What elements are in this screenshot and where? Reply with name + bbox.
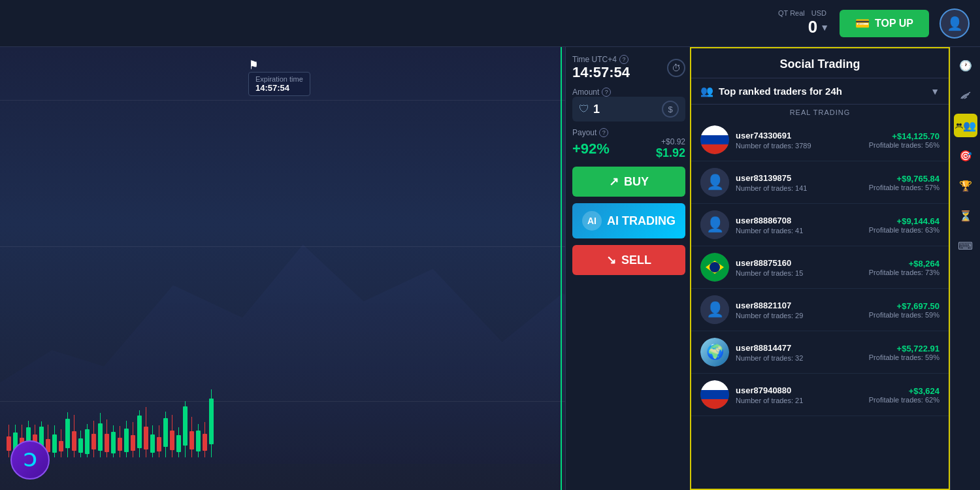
trades-label: Number of trades: 21 [736,397,803,404]
trader-avatar: 👤 [700,210,729,239]
trades-label: Number of trades: 141 [736,184,807,192]
svg-point-2 [959,123,962,126]
sidebar-keyboard-button[interactable]: ⌨ [954,234,977,257]
trader-avatar: 👤 [700,168,729,197]
amount-help-icon[interactable]: ? [602,88,611,97]
trader-item[interactable]: user88875160 Number of trades: 15 +$8,26… [691,246,949,289]
trader-item[interactable]: 🌍 user88814477 Number of trades: 32 +$5,… [691,331,949,374]
candle-8 [52,425,57,457]
filter-chevron-icon: ▼ [930,86,939,97]
profit-value: +$3,624 [869,386,939,396]
candle-22 [144,407,148,457]
trader-avatar [700,380,729,409]
profitable-pct: Profitable trades: 56% [869,141,939,149]
trader-stats: Number of trades: 32 [736,354,862,362]
avatar-button[interactable]: 👤 [939,8,970,39]
candle-9 [59,429,63,457]
green-vertical-line [561,47,562,490]
header: QT Real USD 0 ▼ 💳 TOP UP 👤 [0,0,980,47]
trader-info: user88886708 Number of trades: 41 [736,216,862,235]
balance-value: 0 [808,17,817,37]
trader-name: user87940880 [736,385,862,395]
social-filter-row[interactable]: 👥 Top ranked traders for 24h ▼ [691,78,949,105]
social-trading-panel: Social Trading 👥 Top ranked traders for … [690,47,950,490]
sidebar-signal-button[interactable] [954,84,977,107]
balance-dropdown[interactable]: 0 ▼ [808,17,829,37]
payout-plus: +$0.92 [656,137,685,146]
candle-31 [203,422,207,457]
payout-amount: $1.92 [656,146,685,160]
trader-profit: +$5,722.91 Profitable trades: 59% [869,344,939,361]
wallet-icon: 💳 [855,16,870,31]
sidebar-social-button[interactable]: 👥 [954,114,977,137]
sell-button[interactable]: ↘ SELL [572,245,685,275]
sidebar-target-button[interactable]: 🎯 [954,144,977,167]
trader-profit: +$8,264 Profitable trades: 73% [869,259,939,276]
candle-25 [163,412,168,457]
profit-value: +$14,125.70 [869,131,939,141]
candle-27 [176,427,181,457]
profitable-pct: Profitable trades: 57% [869,184,939,191]
candle-23 [150,425,155,457]
trades-label: Number of trades: 41 [736,227,803,235]
expiration-label: Expiration time [255,75,303,83]
trader-item[interactable]: user74330691 Number of trades: 3789 +$14… [691,119,949,161]
top-up-button[interactable]: 💳 TOP UP [840,10,929,37]
trades-label: Number of trades: 29 [736,312,803,319]
payout-row: +92% +$0.92 $1.92 [572,137,685,160]
trades-label: Number of trades: 32 [736,354,803,362]
candle-15 [98,413,103,457]
balance-display: QT Real USD 0 ▼ [778,9,829,37]
buy-button[interactable]: ↗ BUY [572,167,685,197]
right-sidebar: 🕐 👥 🎯 🏆 ⏳ ⌨ [950,47,980,490]
candle-13 [85,424,90,457]
trader-info: user83139875 Number of trades: 141 [736,173,862,192]
profitable-pct: Profitable trades: 63% [869,226,939,234]
candle-16 [105,419,109,457]
profitable-pct: Profitable trades: 62% [869,396,939,404]
trading-panel: Time UTC+4 ? 14:57:54 ⏱ Amount ? 🛡 1 $ P… [565,47,693,490]
trader-stats: Number of trades: 3789 [736,142,862,150]
time-label: Time UTC+4 ? [572,55,630,64]
sidebar-timer-button[interactable]: ⏳ [954,204,977,227]
trader-item[interactable]: 👤 user88886708 Number of trades: 41 +$9,… [691,204,949,246]
amount-value-display: 🛡 1 [579,103,600,116]
trader-item[interactable]: user87940880 Number of trades: 21 +$3,62… [691,374,949,416]
ai-label: AI TRADING [607,214,676,228]
amount-input-row: 🛡 1 $ [572,97,685,122]
buy-arrow-icon: ↗ [609,174,619,189]
payout-help-icon[interactable]: ? [599,128,608,137]
clock-icon[interactable]: ⏱ [667,59,685,77]
buy-label: BUY [624,175,649,189]
trader-item[interactable]: 👤 user88821107 Number of trades: 29 +$7,… [691,289,949,331]
trader-avatar: 👤 [700,295,729,324]
filter-users-icon: 👥 [700,85,713,97]
amount-section: Amount ? 🛡 1 $ [572,88,685,122]
trader-info: user88814477 Number of trades: 32 [736,343,862,362]
trader-item[interactable]: 👤 user83139875 Number of trades: 141 +$9… [691,161,949,204]
profit-value: +$8,264 [869,259,939,269]
trades-label: Number of trades: 3789 [736,142,811,150]
trader-name: user74330691 [736,131,862,140]
time-help-icon[interactable]: ? [619,55,629,64]
trader-profit: +$3,624 Profitable trades: 62% [869,386,939,404]
trader-stats: Number of trades: 21 [736,397,862,404]
dollar-icon[interactable]: $ [662,101,679,118]
trader-info: user88821107 Number of trades: 29 [736,301,862,319]
ai-trading-button[interactable]: AI AI TRADING [572,203,685,238]
profit-value: +$9,765.84 [869,174,939,184]
payout-pct: +92% [572,140,610,157]
sidebar-history-button[interactable]: 🕐 [954,54,977,77]
amount-number: 1 [593,103,600,116]
candle-10 [65,412,70,457]
trader-stats: Number of trades: 15 [736,269,862,277]
account-type-label: QT Real [778,9,805,17]
profitable-pct: Profitable trades: 59% [869,353,939,361]
trader-list: user74330691 Number of trades: 3789 +$14… [691,119,949,489]
candle-32 [209,389,214,457]
candle-1 [7,425,11,457]
trader-info: user88875160 Number of trades: 15 [736,258,862,277]
shield-icon: 🛡 [579,103,589,115]
candle-26 [170,415,174,457]
sidebar-trophy-button[interactable]: 🏆 [954,174,977,197]
